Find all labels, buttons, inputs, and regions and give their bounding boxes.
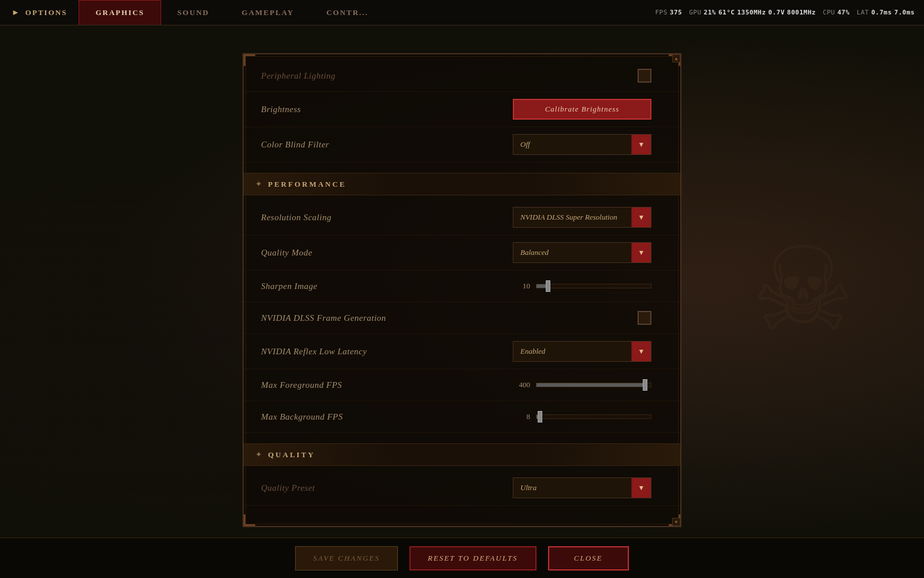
sharpen-image-slider[interactable]: [536, 284, 651, 288]
bottom-bar: Save Changes Reset to Defaults Close: [0, 538, 924, 578]
calibrate-brightness-button[interactable]: Calibrate Brightness: [513, 99, 651, 120]
max-fg-fps-value: 400: [513, 380, 530, 390]
cpu-label: CPU: [823, 9, 835, 16]
max-bg-fps-slider[interactable]: [536, 414, 651, 419]
sharpen-image-thumb[interactable]: [546, 280, 550, 292]
setting-row-max-fg-fps: Max Foreground FPS 400: [244, 369, 680, 401]
lat-value: 0.7ms: [871, 9, 892, 16]
max-bg-fps-value: 8: [513, 412, 530, 421]
max-fg-fps-thumb[interactable]: [643, 379, 647, 391]
peripheral-lighting-checkbox[interactable]: [638, 69, 651, 83]
dlss-frame-gen-checkbox[interactable]: [638, 311, 651, 325]
setting-row-dlss-frame-gen: NVIDIA DLSS Frame Generation: [244, 302, 680, 334]
max-fg-fps-slider-control: 400: [513, 380, 651, 390]
fps-label: FPS: [655, 9, 667, 16]
calibrate-brightness-label: Calibrate Brightness: [545, 105, 620, 114]
peripheral-lighting-label: Peripheral Lighting: [261, 71, 336, 81]
setting-row-quality-mode: Quality Mode Balanced ▼: [244, 235, 680, 271]
corner-tl: [244, 54, 255, 66]
color-blind-filter-label: Color Blind Filter: [261, 140, 329, 150]
corner-bl: [244, 514, 255, 526]
save-changes-button[interactable]: Save Changes: [295, 546, 397, 570]
max-fg-fps-slider[interactable]: [536, 383, 651, 387]
options-arrow-icon: ►: [12, 8, 21, 17]
reflex-dropdown[interactable]: Enabled ▼: [513, 341, 651, 362]
brightness-label: Brightness: [261, 105, 301, 114]
sharpen-image-slider-control: 10: [513, 281, 651, 291]
gpu-clock: 1350MHz: [737, 9, 766, 16]
quality-icon: ✦: [255, 450, 262, 460]
cpu-value: 47%: [837, 9, 850, 16]
tab-sound-label: SOUND: [177, 8, 210, 17]
tab-controls[interactable]: CONTR...: [310, 0, 385, 25]
setting-row-brightness: Brightness Calibrate Brightness: [244, 92, 680, 127]
close-button[interactable]: Close: [548, 546, 629, 570]
performance-title: PERFORMANCE: [268, 180, 346, 189]
nav-tabs: GRAPHICS SOUND GAMEPLAY CONTR...: [79, 0, 384, 25]
max-bg-fps-thumb[interactable]: [538, 411, 542, 423]
reflex-value: Enabled: [520, 347, 631, 356]
panel-content: Peripheral Lighting Brightness Calibrate…: [244, 54, 680, 526]
tab-graphics[interactable]: GRAPHICS: [79, 0, 161, 25]
dlss-frame-gen-label: NVIDIA DLSS Frame Generation: [261, 313, 386, 323]
main-area: ▲ ▼ Peripheral Lighting Brightness Calib…: [0, 25, 924, 578]
quality-mode-value: Balanced: [520, 248, 631, 257]
resolution-scaling-value: NVIDIA DLSS Super Resolution: [520, 213, 631, 222]
save-changes-label: Save Changes: [313, 554, 379, 563]
tab-controls-label: CONTR...: [326, 8, 368, 17]
settings-panel: ▲ ▼ Peripheral Lighting Brightness Calib…: [243, 53, 681, 527]
sharpen-image-fill: [536, 284, 546, 288]
gpu-voltage: 0.7V: [768, 9, 785, 16]
reflex-arrow[interactable]: ▼: [631, 342, 651, 361]
options-button[interactable]: ► OPTIONS: [0, 0, 79, 25]
quality-preset-arrow[interactable]: ▼: [631, 478, 651, 498]
scroll-up-button[interactable]: ▲: [672, 54, 680, 62]
separator-1: [244, 162, 680, 168]
bottom-padding: [244, 506, 680, 526]
quality-mode-label: Quality Mode: [261, 248, 312, 258]
sharpen-image-label: Sharpen Image: [261, 281, 318, 291]
color-blind-filter-arrow[interactable]: ▼: [631, 135, 651, 154]
color-blind-filter-value: Off: [520, 140, 631, 149]
mem-value: 8001MHz: [787, 9, 816, 16]
tab-graphics-label: GRAPHICS: [95, 8, 144, 17]
resolution-scaling-dropdown[interactable]: NVIDIA DLSS Super Resolution ▼: [513, 207, 651, 228]
top-bar-left: ► OPTIONS GRAPHICS SOUND GAMEPLAY CONTR.…: [0, 0, 385, 25]
quality-mode-dropdown[interactable]: Balanced ▼: [513, 242, 651, 263]
reset-defaults-button[interactable]: Reset to Defaults: [409, 546, 536, 570]
setting-row-reflex: NVIDIA Reflex Low Latency Enabled ▼: [244, 334, 680, 369]
fps-value: 375: [670, 9, 682, 16]
lat2-value: 7.0ms: [894, 9, 915, 16]
resolution-scaling-label: Resolution Scaling: [261, 213, 331, 223]
max-bg-fps-slider-control: 8: [513, 412, 651, 421]
gpu-value: 21%: [704, 9, 716, 16]
color-blind-filter-dropdown[interactable]: Off ▼: [513, 134, 651, 155]
lat-label: LAT: [856, 9, 869, 16]
quality-preset-label: Quality Preset: [261, 483, 315, 493]
quality-mode-arrow[interactable]: ▼: [631, 243, 651, 262]
reset-defaults-label: Reset to Defaults: [428, 554, 518, 563]
setting-row-color-blind-filter: Color Blind Filter Off ▼: [244, 127, 680, 162]
tab-gameplay-label: GAMEPLAY: [242, 8, 295, 17]
max-fg-fps-fill: [536, 383, 645, 387]
performance-icon: ✦: [255, 179, 262, 189]
setting-row-sharpen-image: Sharpen Image 10: [244, 271, 680, 302]
options-label: OPTIONS: [25, 8, 68, 17]
max-bg-fps-label: Max Background FPS: [261, 412, 343, 422]
performance-section-header: ✦ PERFORMANCE: [244, 173, 680, 195]
setting-row-quality-preset: Quality Preset Ultra ▼: [244, 470, 680, 506]
resolution-scaling-arrow[interactable]: ▼: [631, 208, 651, 227]
setting-row-peripheral-lighting: Peripheral Lighting: [244, 60, 680, 92]
scroll-down-button[interactable]: ▼: [672, 518, 680, 526]
separator-2: [244, 433, 680, 439]
setting-row-max-bg-fps: Max Background FPS 8: [244, 401, 680, 433]
tab-gameplay[interactable]: GAMEPLAY: [226, 0, 311, 25]
reflex-label: NVIDIA Reflex Low Latency: [261, 347, 367, 357]
quality-preset-dropdown[interactable]: Ultra ▼: [513, 477, 651, 498]
top-bar: ► OPTIONS GRAPHICS SOUND GAMEPLAY CONTR.…: [0, 0, 924, 25]
sharpen-image-value: 10: [513, 281, 530, 291]
tab-sound[interactable]: SOUND: [161, 0, 226, 25]
perf-stats: FPS 375 GPU 21% 61°C 1350MHz 0.7V 8001MH…: [655, 9, 924, 16]
quality-title: QUALITY: [268, 450, 315, 460]
quality-section-header: ✦ QUALITY: [244, 443, 680, 466]
